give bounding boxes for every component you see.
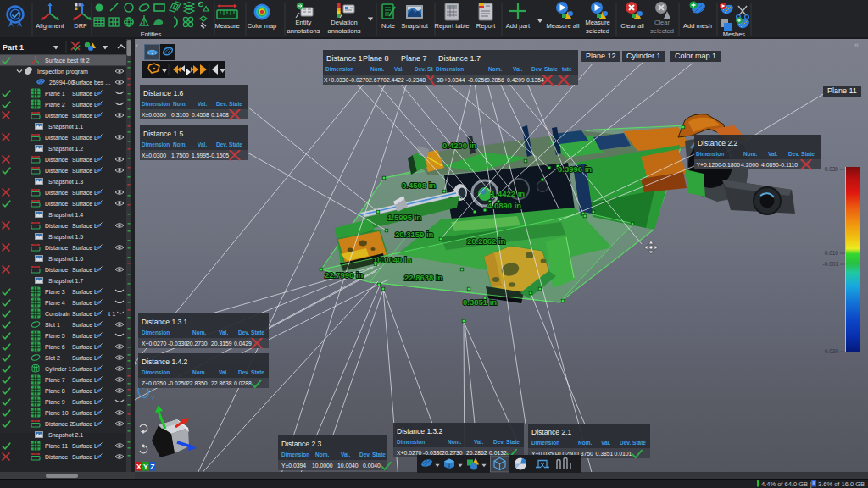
svg-text:20.2862 in: 20.2862 in	[467, 236, 506, 246]
svg-text:10.0040 in: 10.0040 in	[373, 255, 412, 264]
svg-text:?: ?	[151, 394, 155, 402]
svg-text:annotations: annotations	[328, 27, 361, 35]
svg-text:selected: selected	[650, 27, 674, 35]
svg-text:1.5995 in: 1.5995 in	[387, 213, 421, 222]
svg-text:Deviation: Deviation	[331, 19, 357, 26]
svg-text:0.4508 in: 0.4508 in	[402, 180, 436, 190]
svg-text:Distance: Distance	[45, 223, 68, 229]
svg-text:1.4422 in: 1.4422 in	[491, 189, 525, 198]
svg-text:Snapshot 1.2: Snapshot 1.2	[48, 146, 83, 152]
svg-text:Plane 6: Plane 6	[45, 344, 65, 350]
svg-text:-0.003: -0.003	[823, 261, 839, 267]
svg-text:Surface L: Surface L	[72, 421, 97, 427]
svg-text:*: *	[198, 2, 201, 8]
svg-text:Plane 9: Plane 9	[45, 399, 65, 405]
svg-text:Surface L: Surface L	[72, 201, 97, 207]
svg-text:Surface L: Surface L	[72, 102, 97, 108]
svg-text:Surface L: Surface L	[72, 454, 97, 460]
svg-text:Surface L: Surface L	[72, 91, 97, 97]
svg-text:Surface L: Surface L	[72, 300, 97, 306]
svg-text:Surface L: Surface L	[72, 245, 97, 251]
svg-text:Distance 2: Distance 2	[45, 421, 73, 427]
svg-text:Distance: Distance	[45, 201, 68, 207]
svg-text:annotations: annotations	[287, 27, 320, 35]
svg-text:Plane 10: Plane 10	[45, 410, 69, 416]
svg-text:Distance: Distance	[45, 245, 68, 251]
svg-text:Snapshot 1.7: Snapshot 1.7	[48, 278, 83, 285]
svg-text:Measure all: Measure all	[547, 22, 580, 30]
svg-text:Plane 11: Plane 11	[45, 443, 68, 449]
svg-text:Distance: Distance	[45, 157, 68, 163]
svg-text:Slot 2: Slot 2	[45, 355, 60, 361]
svg-text:Snapshot 1.6: Snapshot 1.6	[48, 256, 83, 263]
svg-text:Surface L: Surface L	[72, 190, 97, 196]
svg-text:0.4200 in: 0.4200 in	[442, 141, 476, 150]
svg-text:Plane 4: Plane 4	[45, 300, 65, 306]
svg-text:Clear all: Clear all	[620, 22, 644, 30]
svg-text:26994-00: 26994-00	[49, 80, 75, 86]
svg-text:Part 1: Part 1	[3, 43, 24, 52]
svg-text:Clear: Clear	[654, 19, 670, 26]
svg-text:20.3159 in: 20.3159 in	[395, 230, 434, 239]
svg-text:Color map: Color map	[248, 22, 277, 30]
svg-text:Inspection program: Inspection program	[37, 69, 88, 75]
svg-text:4.0890 in: 4.0890 in	[487, 201, 521, 210]
svg-text:X: X	[136, 463, 142, 471]
svg-text:Surface L: Surface L	[72, 388, 97, 394]
svg-text:t 1: t 1	[108, 310, 115, 318]
svg-text:Surface L: Surface L	[72, 311, 97, 317]
svg-text:Surface L: Surface L	[72, 344, 97, 350]
svg-text:Y: Y	[143, 463, 148, 471]
svg-text:Surface L: Surface L	[72, 135, 97, 141]
svg-text:Surface L: Surface L	[72, 366, 97, 372]
svg-text:Snapshot 1.1: Snapshot 1.1	[48, 124, 83, 130]
svg-text:Snapshot 1.5: Snapshot 1.5	[48, 234, 83, 241]
svg-text:Surface L: Surface L	[72, 168, 97, 174]
svg-text:Add mesh: Add mesh	[683, 22, 712, 30]
svg-text:Surface L: Surface L	[72, 267, 97, 273]
svg-text:Measure: Measure	[214, 22, 239, 30]
svg-text:Surface L: Surface L	[72, 157, 97, 163]
svg-text:Plane 8: Plane 8	[45, 388, 65, 394]
svg-text:Distance: Distance	[45, 135, 68, 141]
svg-text:3.6% of 16.0 GB: 3.6% of 16.0 GB	[818, 480, 865, 488]
svg-text:Alignment: Alignment	[36, 22, 64, 30]
svg-text:Surface L: Surface L	[72, 322, 97, 328]
svg-text:Report: Report	[476, 22, 496, 30]
svg-text:Plane 5: Plane 5	[45, 333, 65, 339]
svg-text:Note: Note	[381, 22, 395, 30]
svg-text:Surface L: Surface L	[72, 410, 97, 416]
svg-text:0.030: 0.030	[825, 166, 839, 172]
svg-text:Distance: Distance	[45, 190, 68, 196]
svg-text:Entity: Entity	[296, 19, 312, 26]
svg-text:Slot 1: Slot 1	[45, 322, 60, 328]
svg-text:Meshes: Meshes	[723, 30, 746, 38]
svg-text:Snapshot 2.1: Snapshot 2.1	[48, 432, 83, 439]
svg-text:Surface L: Surface L	[72, 355, 97, 361]
svg-text:DRF: DRF	[74, 22, 87, 30]
svg-text:Z: Z	[150, 463, 154, 471]
svg-text:Measure: Measure	[585, 19, 609, 26]
svg-text:Cylinder 1: Cylinder 1	[45, 366, 72, 373]
svg-text:Surface L: Surface L	[72, 113, 97, 119]
svg-text:Plane 1: Plane 1	[45, 91, 65, 97]
svg-text:22.7990 in: 22.7990 in	[325, 270, 364, 280]
svg-text:Surface L: Surface L	[72, 289, 97, 295]
svg-text:Surface bes ...: Surface bes ...	[72, 80, 110, 86]
svg-text:Entities: Entities	[141, 30, 162, 38]
svg-text:Add part: Add part	[506, 22, 531, 30]
svg-text:Plane 3: Plane 3	[45, 289, 65, 295]
svg-text:Snapshot: Snapshot	[401, 22, 429, 30]
svg-text:Report table: Report table	[435, 22, 470, 30]
svg-text:-0.030: -0.030	[823, 348, 839, 354]
svg-text:Surface L: Surface L	[72, 443, 97, 449]
svg-text:Surface L: Surface L	[72, 399, 97, 405]
svg-text:Plane 7: Plane 7	[45, 377, 65, 383]
svg-text:Snapshot 1.3: Snapshot 1.3	[48, 179, 83, 186]
svg-text:Surface best fit 2: Surface best fit 2	[45, 58, 90, 64]
svg-text:Constrain: Constrain	[45, 311, 70, 317]
svg-text:0.3851 in: 0.3851 in	[463, 297, 497, 307]
svg-text:Distance: Distance	[45, 168, 68, 174]
svg-text:4.4% of 64.0 GB (: 4.4% of 64.0 GB (	[761, 480, 812, 488]
svg-text:0.010: 0.010	[825, 250, 839, 256]
